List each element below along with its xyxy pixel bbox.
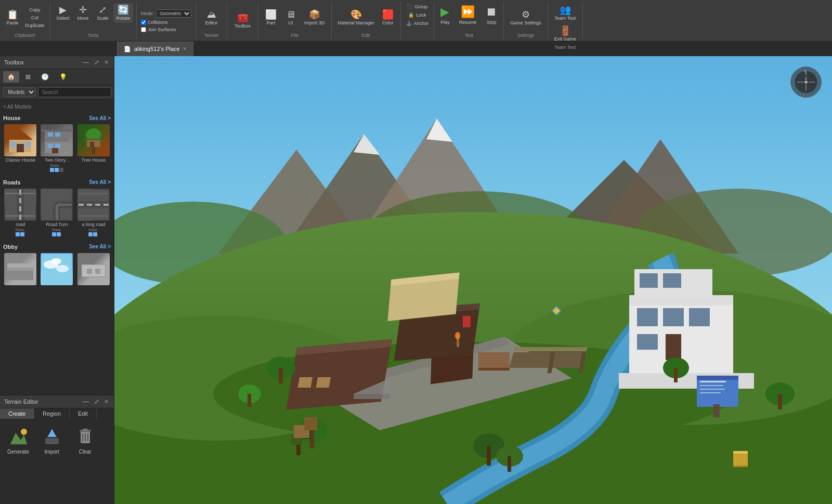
- group-group: ⬛ Group 🔒 Lock ⚓ Anchor: [401, 2, 435, 39]
- join-surfaces-checkbox[interactable]: [141, 27, 146, 32]
- tab-close-button[interactable]: ×: [183, 45, 187, 52]
- copy-button[interactable]: Copy: [23, 6, 47, 14]
- mode-select[interactable]: Geometric Physical: [156, 9, 191, 18]
- svg-rect-114: [487, 446, 491, 466]
- breadcrumb[interactable]: < All Models: [3, 103, 111, 113]
- import-3d-button[interactable]: 📦 Import 3D: [301, 8, 328, 28]
- move-button[interactable]: ✛ Move: [74, 3, 93, 23]
- svg-rect-30: [79, 204, 84, 206]
- svg-point-48: [21, 429, 27, 435]
- toolbox-minimize-button[interactable]: —: [81, 58, 90, 67]
- obby-items-grid: [3, 252, 111, 287]
- search-icon[interactable]: 🔍: [113, 88, 114, 96]
- item-obby-1[interactable]: [3, 252, 37, 287]
- team-test-button[interactable]: 👥 Team Test: [551, 3, 579, 23]
- toolbox-close-button[interactable]: ×: [103, 58, 110, 67]
- place-tab[interactable]: 📄 aliking512's Place ×: [117, 42, 193, 56]
- resume-button[interactable]: ⏩ Resume: [455, 3, 481, 27]
- svg-rect-123: [478, 368, 510, 370]
- search-bar: Models Plugins Audio 🔍 ⋮: [0, 85, 114, 100]
- group-button[interactable]: ⬛ Group: [405, 3, 430, 10]
- svg-rect-31: [87, 204, 92, 206]
- item-tree-house[interactable]: Tree House: [76, 123, 111, 173]
- stop-button[interactable]: ⏹ Stop: [482, 3, 501, 27]
- paste-button[interactable]: 📋 Paste: [3, 8, 22, 28]
- toolbox-button[interactable]: 🧰 Toolbox: [231, 11, 254, 31]
- svg-rect-7: [48, 132, 53, 137]
- item-classic-house[interactable]: Classic House: [3, 123, 37, 173]
- duplicate-button[interactable]: Duplicate: [23, 22, 47, 29]
- lock-button[interactable]: 🔒 Lock: [406, 11, 428, 19]
- svg-rect-8: [55, 132, 60, 137]
- color-button[interactable]: 🟥 Color: [379, 8, 397, 28]
- long-road-rating: Rate:: [88, 228, 98, 236]
- toolbox-tab-recent[interactable]: 🕐: [37, 71, 53, 83]
- viewport[interactable]: N: [114, 56, 832, 504]
- terrain-close-button[interactable]: ×: [103, 397, 110, 406]
- stop-icon: ⏹: [486, 5, 497, 19]
- scale-button[interactable]: ⤢ Scale: [94, 3, 112, 23]
- tab-bar: 📄 aliking512's Place ×: [0, 42, 832, 56]
- terrain-expand-button[interactable]: ⤢: [93, 397, 101, 406]
- item-road[interactable]: road Rate:: [3, 188, 37, 237]
- anchor-button[interactable]: ⚓ Anchor: [404, 20, 431, 27]
- clear-icon: [75, 426, 96, 447]
- svg-rect-122: [478, 352, 510, 370]
- terrain-minimize-button[interactable]: —: [81, 397, 90, 406]
- rotate-button[interactable]: 🔄 Rotate: [113, 3, 134, 23]
- toolbox-tab-light[interactable]: 💡: [55, 71, 71, 83]
- move-icon: ✛: [79, 5, 87, 15]
- svg-rect-108: [674, 368, 678, 382]
- svg-rect-11: [52, 148, 58, 153]
- exit-game-button[interactable]: 🚪 Exit Game: [551, 24, 579, 44]
- import-terrain-button[interactable]: Import: [40, 424, 64, 457]
- toolbox-tab-grid[interactable]: ⊞: [21, 71, 35, 83]
- terrain-tab-region[interactable]: Region: [34, 408, 70, 419]
- terrain-editor-button[interactable]: ⛰ Editor: [202, 8, 221, 28]
- clipboard-group: 📋 Paste Copy Cut Duplicate Clipboard: [0, 2, 50, 39]
- toolbox-tab-home[interactable]: 🏠: [3, 71, 19, 83]
- play-icon: ▶: [440, 5, 449, 19]
- game-settings-button[interactable]: ⚙ Game Settings: [507, 8, 544, 28]
- item-road-turn[interactable]: Road Turn Rate:: [40, 188, 74, 237]
- svg-rect-25: [5, 193, 35, 194]
- search-input[interactable]: [38, 87, 111, 97]
- collisions-checkbox[interactable]: [141, 20, 146, 25]
- clear-terrain-button[interactable]: Clear: [73, 424, 98, 457]
- tools-group: ▶ Select ✛ Move ⤢ Scale 🔄 Rotate Tools: [50, 2, 137, 39]
- svg-rect-45: [87, 269, 92, 274]
- toolbox-expand-button[interactable]: ⤢: [93, 58, 101, 67]
- generate-icon: [8, 426, 29, 447]
- ui-button[interactable]: 🖥 UI: [281, 8, 300, 28]
- model-filter-select[interactable]: Models Plugins Audio: [3, 87, 36, 97]
- svg-text:N: N: [804, 70, 807, 73]
- select-button[interactable]: ▶ Select: [54, 3, 73, 23]
- item-obby-2[interactable]: [40, 252, 74, 287]
- terrain-tab-create[interactable]: Create: [0, 408, 34, 419]
- import-icon: [42, 426, 62, 447]
- generate-terrain-button[interactable]: Generate: [5, 424, 31, 457]
- cut-button[interactable]: Cut: [23, 14, 47, 21]
- play-button[interactable]: ▶ Play: [436, 3, 454, 27]
- long-road-thumb: [77, 189, 110, 221]
- terrain-icon: ⛰: [207, 10, 216, 19]
- roads-category-label: Roads See All >: [3, 177, 111, 188]
- part-button[interactable]: ⬜ Part: [262, 8, 280, 28]
- item-two-story[interactable]: Two-Story... Rate:: [40, 123, 74, 173]
- svg-rect-95: [663, 273, 681, 288]
- svg-rect-35: [79, 215, 109, 217]
- item-long-road[interactable]: a long road Rate:: [76, 188, 111, 237]
- svg-rect-10: [55, 144, 60, 148]
- mode-group: Mode: Geometric Physical Collisions Join…: [137, 2, 196, 39]
- terrain-tab-edit[interactable]: Edit: [70, 408, 97, 419]
- obby-category-label: Obby See All >: [3, 242, 111, 252]
- svg-rect-125: [697, 376, 738, 380]
- item-obby-3[interactable]: [76, 252, 111, 287]
- svg-rect-79: [298, 377, 313, 388]
- roads-see-all[interactable]: See All >: [89, 179, 111, 185]
- material-icon: 🎨: [350, 10, 362, 19]
- road-rating: Rate:: [16, 228, 25, 236]
- house-see-all[interactable]: See All >: [89, 115, 111, 121]
- obby-see-all[interactable]: See All >: [89, 244, 111, 249]
- material-manager-button[interactable]: 🎨 Material Manager: [335, 8, 378, 28]
